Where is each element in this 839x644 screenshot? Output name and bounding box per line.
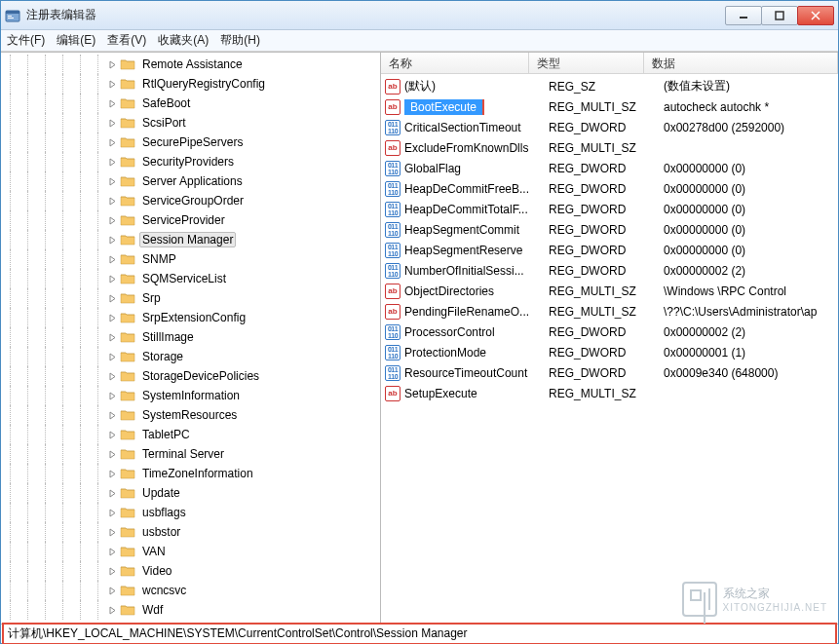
list-row[interactable]: abSetupExecuteREG_MULTI_SZ bbox=[381, 383, 838, 403]
list-row[interactable]: 011110CriticalSectionTimeoutREG_DWORD0x0… bbox=[381, 117, 838, 137]
expander-icon[interactable] bbox=[106, 234, 118, 246]
expander-icon[interactable] bbox=[106, 526, 118, 538]
expander-icon[interactable] bbox=[106, 273, 118, 284]
expander-icon[interactable] bbox=[106, 507, 118, 518]
list-row[interactable]: abObjectDirectoriesREG_MULTI_SZ\Windows … bbox=[381, 281, 838, 301]
binary-value-icon: 011110 bbox=[385, 365, 400, 381]
tree-item[interactable]: usbstor bbox=[1, 522, 380, 542]
menubar: 文件(F) 编辑(E) 查看(V) 收藏夹(A) 帮助(H) bbox=[1, 30, 838, 52]
tree-item[interactable]: ServiceProvider bbox=[1, 210, 380, 230]
tree-item[interactable]: StillImage bbox=[1, 327, 380, 347]
minimize-button[interactable] bbox=[725, 6, 762, 25]
tree-item[interactable]: ServiceGroupOrder bbox=[1, 191, 380, 210]
tree-item[interactable]: Srp bbox=[1, 288, 380, 308]
tree-item[interactable]: TimeZoneInformation bbox=[1, 464, 380, 483]
tree-item[interactable]: StorageDevicePolicies bbox=[1, 366, 380, 386]
expander-icon[interactable] bbox=[106, 370, 118, 382]
list-row[interactable]: 011110NumberOfInitialSessi...REG_DWORD0x… bbox=[381, 260, 838, 281]
expander-icon[interactable] bbox=[106, 195, 118, 207]
app-icon bbox=[5, 8, 20, 23]
tree-label: Session Manager bbox=[139, 232, 236, 247]
header-type[interactable]: 类型 bbox=[529, 53, 644, 73]
expander-icon[interactable] bbox=[106, 351, 118, 362]
tree-item[interactable]: Server Applications bbox=[1, 171, 380, 191]
list-row[interactable]: ab(默认)REG_SZ(数值未设置) bbox=[381, 76, 838, 96]
menu-file[interactable]: 文件(F) bbox=[7, 32, 45, 49]
list-row[interactable]: 011110GlobalFlagREG_DWORD0x00000000 (0) bbox=[381, 158, 838, 178]
expander-icon[interactable] bbox=[106, 409, 118, 421]
tree-item[interactable]: SystemInformation bbox=[1, 386, 380, 405]
value-type: REG_DWORD bbox=[549, 182, 664, 196]
list-pane[interactable]: 名称 类型 数据 ab(默认)REG_SZ(数值未设置)abBootExecut… bbox=[381, 53, 838, 624]
binary-value-icon: 011110 bbox=[385, 324, 400, 340]
expander-icon[interactable] bbox=[106, 312, 118, 323]
expander-icon[interactable] bbox=[106, 331, 118, 343]
expander-icon[interactable] bbox=[106, 253, 118, 265]
tree-item[interactable]: wcncsvc bbox=[1, 581, 380, 600]
expander-icon[interactable] bbox=[106, 117, 118, 129]
tree-item[interactable]: ScsiPort bbox=[1, 113, 380, 133]
tree-item[interactable]: SecurePipeServers bbox=[1, 133, 380, 152]
list-row[interactable]: abPendingFileRenameO...REG_MULTI_SZ\??\C… bbox=[381, 301, 838, 322]
close-button[interactable] bbox=[797, 6, 834, 25]
list-row[interactable]: 011110HeapDeCommitTotalF...REG_DWORD0x00… bbox=[381, 199, 838, 219]
header-data[interactable]: 数据 bbox=[644, 53, 838, 73]
tree-item[interactable]: Session Manager bbox=[1, 230, 380, 249]
tree-pane[interactable]: Remote AssistanceRtlQueryRegistryConfigS… bbox=[1, 53, 381, 624]
list-row[interactable]: 011110ProcessorControlREG_DWORD0x0000000… bbox=[381, 322, 838, 342]
list-row[interactable]: 011110ResourceTimeoutCountREG_DWORD0x000… bbox=[381, 362, 838, 383]
value-name: ProcessorControl bbox=[404, 325, 549, 339]
tree-label: SQMServiceList bbox=[139, 271, 229, 286]
tree-item[interactable]: SystemResources bbox=[1, 405, 380, 425]
tree-item[interactable]: SecurityProviders bbox=[1, 152, 380, 171]
expander-icon[interactable] bbox=[106, 390, 118, 401]
expander-icon[interactable] bbox=[106, 448, 118, 460]
tree-item[interactable]: SafeBoot bbox=[1, 94, 380, 113]
tree-label: ServiceGroupOrder bbox=[139, 193, 247, 208]
expander-icon[interactable] bbox=[106, 136, 118, 148]
expander-icon[interactable] bbox=[106, 97, 118, 109]
expander-icon[interactable] bbox=[106, 156, 118, 168]
expander-icon[interactable] bbox=[106, 78, 118, 90]
expander-icon[interactable] bbox=[106, 585, 118, 596]
expander-icon[interactable] bbox=[106, 487, 118, 499]
tree-item[interactable]: SNMP bbox=[1, 249, 380, 269]
maximize-button[interactable] bbox=[761, 6, 798, 25]
tree-item[interactable]: RtlQueryRegistryConfig bbox=[1, 74, 380, 94]
list-row[interactable]: abBootExecuteREG_MULTI_SZautocheck autoc… bbox=[381, 96, 838, 117]
expander-icon[interactable] bbox=[106, 214, 118, 226]
tree-item[interactable]: Update bbox=[1, 483, 380, 503]
tree-item[interactable]: SQMServiceList bbox=[1, 269, 380, 288]
tree-item[interactable]: VAN bbox=[1, 542, 380, 561]
list-row[interactable]: 011110ProtectionModeREG_DWORD0x00000001 … bbox=[381, 342, 838, 362]
list-row[interactable]: 011110HeapSegmentCommitREG_DWORD0x000000… bbox=[381, 219, 838, 240]
tree-item[interactable]: SrpExtensionConfig bbox=[1, 308, 380, 327]
expander-icon[interactable] bbox=[106, 175, 118, 187]
value-name: NumberOfInitialSessi... bbox=[404, 264, 549, 278]
list-row[interactable]: abExcludeFromKnownDllsREG_MULTI_SZ bbox=[381, 137, 838, 158]
expander-icon[interactable] bbox=[106, 429, 118, 440]
list-row[interactable]: 011110HeapSegmentReserveREG_DWORD0x00000… bbox=[381, 240, 838, 260]
expander-icon[interactable] bbox=[106, 58, 118, 70]
tree-item[interactable]: Wdf bbox=[1, 600, 380, 620]
header-name[interactable]: 名称 bbox=[381, 53, 529, 73]
tree-item[interactable]: usbflags bbox=[1, 503, 380, 522]
tree-item[interactable]: Remote Assistance bbox=[1, 55, 380, 74]
expander-icon[interactable] bbox=[106, 468, 118, 479]
menu-edit[interactable]: 编辑(E) bbox=[57, 32, 95, 49]
expander-icon[interactable] bbox=[106, 546, 118, 557]
titlebar[interactable]: 注册表编辑器 bbox=[1, 1, 838, 30]
list-row[interactable]: 011110HeapDeCommitFreeB...REG_DWORD0x000… bbox=[381, 178, 838, 199]
tree-item[interactable]: TabletPC bbox=[1, 425, 380, 444]
expander-icon[interactable] bbox=[106, 604, 118, 616]
tree-label: SystemResources bbox=[139, 407, 240, 423]
menu-view[interactable]: 查看(V) bbox=[107, 32, 146, 49]
menu-help[interactable]: 帮助(H) bbox=[220, 32, 260, 49]
tree-item[interactable]: Terminal Server bbox=[1, 444, 380, 464]
expander-icon[interactable] bbox=[106, 292, 118, 304]
menu-favorites[interactable]: 收藏夹(A) bbox=[158, 32, 209, 49]
tree-item[interactable]: Video bbox=[1, 561, 380, 581]
expander-icon[interactable] bbox=[106, 565, 118, 577]
tree-item[interactable]: Storage bbox=[1, 347, 380, 366]
value-type: REG_DWORD bbox=[549, 162, 664, 175]
